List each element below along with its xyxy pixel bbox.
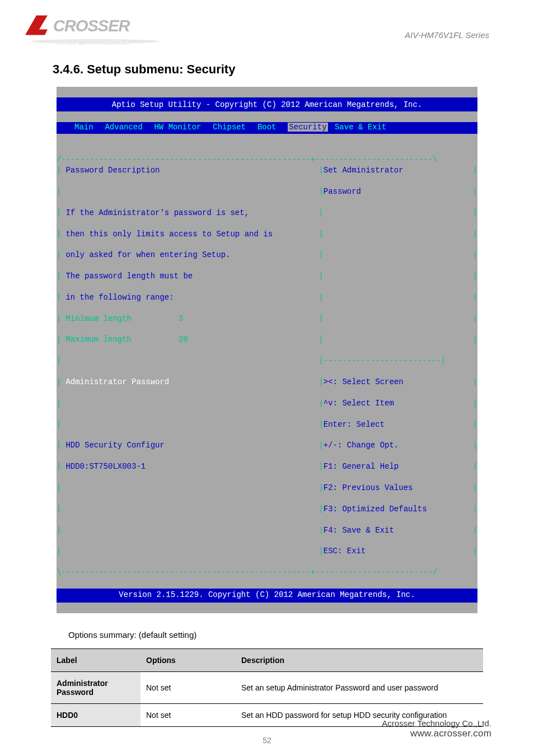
bios-tab-bar: Main Advanced HW Monitor Chipset Boot Se…	[57, 122, 477, 134]
bios-body: /---------------------------------------…	[57, 144, 477, 578]
page-footer: Acrosser Technology Co.,Ltd. www.acrosse…	[382, 718, 491, 739]
company-logo: CROSSER CROSSER	[22, 11, 516, 47]
th-options: Options	[140, 648, 236, 671]
row-option: Not set	[140, 703, 236, 726]
options-table: Label Options Description Administrator …	[51, 648, 483, 727]
help-key: ><: Select Screen	[324, 377, 459, 388]
bios-screenshot: Aptio Setup Utility - Copyright (C) 2012…	[57, 87, 477, 613]
svg-text:CROSSER: CROSSER	[53, 39, 130, 45]
tab-main[interactable]: Main	[74, 123, 93, 132]
admin-password-item[interactable]: Administrator Password	[61, 377, 318, 388]
section-heading: 3.4.6. Setup submenu: Security	[53, 62, 516, 77]
options-summary-label: Options summary: (default setting)	[68, 630, 516, 640]
row-option: Not set	[140, 671, 236, 703]
tab-security[interactable]: Security	[288, 123, 327, 132]
tab-chipset[interactable]: Chipset	[213, 123, 246, 132]
tab-hwmonitor[interactable]: HW Monitor	[154, 123, 201, 132]
tab-boot[interactable]: Boot	[257, 123, 277, 132]
table-header-row: Label Options Description	[51, 648, 483, 671]
company-name: Acrosser Technology Co.,Ltd.	[382, 718, 491, 728]
row-label: Administrator Password	[51, 671, 140, 703]
table-row: Administrator Password Not set Set an se…	[51, 671, 483, 703]
bios-text: Password Description	[61, 165, 318, 176]
th-description: Description	[236, 648, 483, 671]
help-text: Set Administrator	[324, 165, 459, 176]
svg-text:CROSSER: CROSSER	[53, 17, 130, 35]
bios-title-bar: Aptio Setup Utility - Copyright (C) 2012…	[57, 97, 477, 111]
row-label: HDD0	[51, 703, 140, 726]
page-number: 52	[263, 736, 271, 745]
hdd-security-label: HDD Security Configur	[61, 440, 318, 451]
company-url: www.acrosser.com	[382, 728, 491, 739]
th-label: Label	[51, 648, 140, 671]
bios-footer-bar: Version 2.15.1229. Copyright (C) 2012 Am…	[57, 589, 477, 603]
tab-advanced[interactable]: Advanced	[105, 123, 142, 132]
tab-save-exit[interactable]: Save & Exit	[335, 123, 386, 132]
hdd0-item[interactable]: HDD0:ST750LX003-1	[61, 461, 318, 472]
row-desc: Set an setup Administrator Password and …	[236, 671, 483, 703]
